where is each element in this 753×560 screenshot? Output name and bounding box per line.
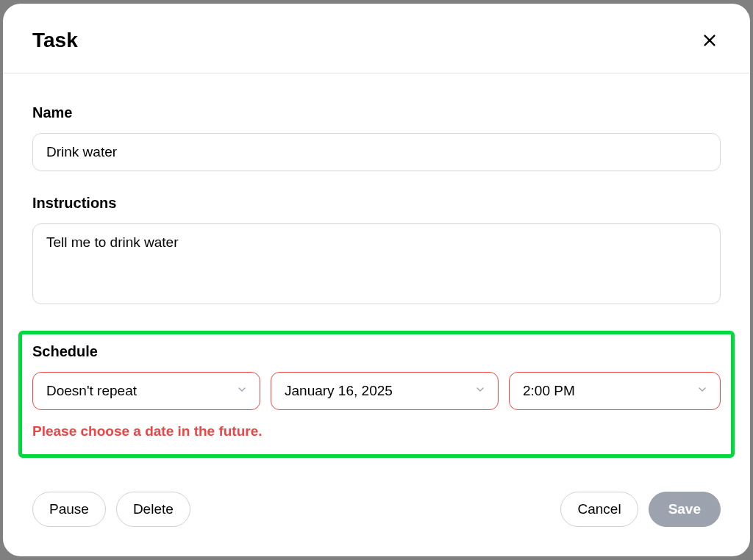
name-label: Name <box>32 104 721 121</box>
schedule-error: Please choose a date in the future. <box>32 423 721 439</box>
cancel-button[interactable]: Cancel <box>560 492 638 527</box>
delete-button[interactable]: Delete <box>116 492 190 527</box>
instructions-label: Instructions <box>32 195 721 212</box>
time-select[interactable]: 2:00 PM <box>509 372 721 410</box>
close-button[interactable] <box>699 29 721 51</box>
schedule-label: Schedule <box>32 343 721 360</box>
instructions-input[interactable]: Tell me to drink water <box>32 223 721 304</box>
modal-title: Task <box>32 29 78 52</box>
chevron-down-icon <box>474 383 486 399</box>
schedule-row: Doesn't repeat January 16, 2025 2:00 PM <box>32 372 721 410</box>
date-select[interactable]: January 16, 2025 <box>271 372 499 410</box>
instructions-field-group: Instructions Tell me to drink water <box>32 195 721 307</box>
pause-button[interactable]: Pause <box>32 492 106 527</box>
name-input[interactable] <box>32 133 721 171</box>
repeat-select-value: Doesn't repeat <box>46 383 137 399</box>
modal-footer: Pause Delete Cancel Save <box>3 474 750 556</box>
schedule-section: Schedule Doesn't repeat January 16, 2025… <box>18 331 735 458</box>
task-modal: Task Name Instructions Tell me to drink … <box>3 4 750 556</box>
modal-header: Task <box>3 4 750 73</box>
close-icon <box>702 32 718 49</box>
chevron-down-icon <box>236 383 248 399</box>
time-select-value: 2:00 PM <box>523 383 575 399</box>
chevron-down-icon <box>696 383 708 399</box>
name-field-group: Name <box>32 104 721 171</box>
modal-body: Name Instructions Tell me to drink water… <box>3 73 750 474</box>
save-button[interactable]: Save <box>649 492 721 527</box>
date-select-value: January 16, 2025 <box>285 383 393 399</box>
repeat-select[interactable]: Doesn't repeat <box>32 372 260 410</box>
